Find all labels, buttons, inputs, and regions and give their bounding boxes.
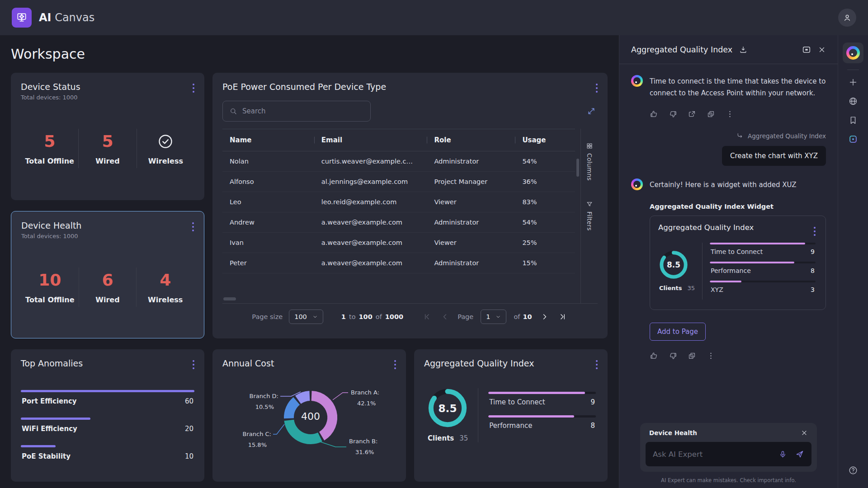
thumbs-up-button[interactable]: [650, 352, 658, 360]
row-range-label: 1to100of1000: [341, 313, 403, 320]
filters-tool-button[interactable]: Filters: [586, 201, 593, 231]
chevron-down-icon: [495, 314, 501, 319]
help-button[interactable]: [844, 461, 863, 480]
ask-ai-input[interactable]: [653, 450, 770, 459]
bookmark-icon: [848, 115, 858, 125]
donut-slice-label: Branch C:15.8%: [243, 431, 271, 448]
add-to-page-button[interactable]: Add to Page: [650, 323, 706, 341]
user-message-bubble: Create the chart with XYZ: [722, 146, 826, 166]
plus-icon: [848, 77, 858, 87]
stat-wireless: 4 Wireless: [136, 267, 194, 307]
donut-slice: [289, 401, 297, 418]
vertical-scrollbar[interactable]: [576, 131, 580, 303]
stat-total-offline: 5 Total Offline: [21, 129, 78, 168]
metric-row: Time to Connect9: [488, 392, 596, 406]
close-icon: [818, 46, 826, 54]
copy-button[interactable]: [688, 352, 696, 360]
columns-tool-button[interactable]: Columns: [586, 142, 593, 181]
divider: [847, 70, 859, 70]
explore-button[interactable]: [844, 92, 863, 111]
copy-button[interactable]: [707, 110, 715, 118]
download-button[interactable]: [739, 45, 748, 54]
share-button[interactable]: [688, 110, 696, 118]
top-anomalies-card[interactable]: Top Anomalies Port Efficiency60 WiFi Eff…: [11, 349, 204, 482]
poe-power-table-card: PoE Power Consumed Per Device Type: [212, 73, 608, 338]
page-select[interactable]: 1: [481, 310, 506, 324]
expand-table-button[interactable]: [585, 105, 598, 117]
more-options-button[interactable]: [726, 110, 734, 118]
anomaly-bar: [21, 445, 56, 447]
app-logo-icon: [12, 8, 32, 28]
copy-icon: [707, 110, 715, 118]
previous-page-button[interactable]: [439, 311, 450, 322]
donut-slice-label: Branch B:31.6%: [349, 438, 377, 455]
remove-context-button[interactable]: [801, 429, 808, 436]
annual-cost-donut-chart: 400 Branch A:42.1%Branch B:31.6%Branch C…: [222, 373, 398, 461]
new-chat-button[interactable]: [844, 73, 863, 92]
horizontal-scrollbar[interactable]: [223, 297, 236, 300]
widget-menu-button[interactable]: [813, 226, 816, 237]
card-menu-button[interactable]: [192, 359, 195, 370]
anomaly-bar: [21, 418, 90, 420]
table-row[interactable]: Petera.weaver@example.comAdministrator15…: [222, 253, 575, 273]
column-header-usage[interactable]: Usage: [515, 136, 575, 144]
thumbs-down-button[interactable]: [669, 110, 677, 118]
metric-bar: [488, 415, 574, 418]
ai-message: Time to connect is the time that takes t…: [631, 75, 826, 99]
next-page-button[interactable]: [539, 311, 550, 322]
score-ring: 8.5 Clients35: [658, 250, 695, 291]
device-health-card[interactable]: Device Health Total devices: 1000 10 Tot…: [11, 211, 204, 338]
voice-input-button[interactable]: [778, 450, 787, 459]
svg-text:400: 400: [301, 411, 320, 422]
bookmarks-button[interactable]: [844, 111, 863, 130]
table-row[interactable]: Leoleo.reid@example.comViewer83%: [222, 192, 575, 212]
thumbs-down-button[interactable]: [669, 352, 677, 360]
chevron-down-icon: [312, 314, 318, 319]
card-menu-button[interactable]: [595, 359, 599, 370]
table-row[interactable]: Nolancurtis.weaver@example.c…Administrat…: [222, 151, 575, 172]
table-row[interactable]: Andrewa.weaver@example.comAdministrator5…: [222, 212, 575, 233]
last-page-button[interactable]: [557, 311, 568, 322]
card-menu-button[interactable]: [191, 221, 195, 232]
annual-cost-card[interactable]: Annual Cost 400 Branch A:42.1%Branch B:3…: [212, 349, 406, 482]
canvas-widgets-button[interactable]: [844, 130, 863, 149]
close-panel-button[interactable]: [818, 46, 826, 54]
page-size-label: Page size: [252, 313, 283, 320]
donut-leader-line: [333, 393, 348, 400]
metric-bar: [488, 392, 585, 394]
user-avatar[interactable]: [838, 9, 856, 27]
device-status-card[interactable]: Device Status Total devices: 1000 5 Tota…: [11, 73, 204, 200]
anomaly-bar: [21, 390, 194, 392]
aggregated-quality-index-card[interactable]: Aggregated Quality Index 8.5 Clients35: [414, 349, 608, 482]
column-header-email[interactable]: Email: [314, 136, 427, 144]
table-search[interactable]: [222, 101, 371, 122]
reply-arrow-icon: [736, 132, 744, 140]
ai-assistant-tab[interactable]: [843, 42, 863, 63]
table-row[interactable]: Alfonsoal.jennings@example.comProject Ma…: [222, 172, 575, 192]
column-header-name[interactable]: Name: [222, 136, 314, 144]
card-menu-button[interactable]: [595, 83, 599, 94]
popout-button[interactable]: [802, 45, 811, 55]
card-menu-button[interactable]: [192, 83, 195, 94]
column-header-role[interactable]: Role: [427, 136, 515, 144]
filter-funnel-icon: [586, 201, 593, 208]
first-page-button[interactable]: [421, 311, 432, 322]
kebab-menu-icon: [707, 352, 715, 360]
more-options-button[interactable]: [707, 352, 715, 360]
send-message-button[interactable]: [795, 450, 804, 459]
ai-avatar-icon: [631, 178, 643, 190]
reply-reference[interactable]: Aggregated Quality Index: [631, 132, 826, 140]
table-side-tools: Columns Filters: [580, 129, 598, 303]
thumbs-up-button[interactable]: [650, 110, 658, 118]
ai-logo-icon: [846, 46, 860, 60]
clients-stat: Clients35: [659, 285, 695, 291]
table-row[interactable]: Ivana.weaver@example.comViewer25%: [222, 233, 575, 253]
page-size-select[interactable]: 100: [289, 310, 323, 324]
search-input[interactable]: [242, 107, 364, 115]
card-menu-button[interactable]: [393, 359, 397, 370]
search-icon: [229, 107, 237, 115]
anomaly-bar-row: PoE Stability10: [21, 445, 194, 460]
chevron-right-icon: [540, 312, 549, 321]
divider: [702, 243, 703, 300]
metric-row: Time to Connect9: [710, 243, 816, 255]
